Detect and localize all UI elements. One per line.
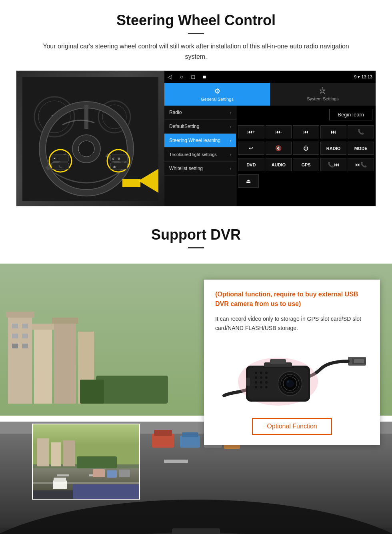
dvr-optional-text: (Optional function, require to buy exter… — [215, 290, 369, 309]
svg-rect-62 — [77, 456, 117, 468]
chevron-icon-2: › — [230, 124, 231, 129]
thumb-scene-svg — [33, 424, 140, 500]
back-nav-btn[interactable]: ◁ — [168, 74, 172, 80]
svg-rect-64 — [57, 474, 69, 476]
ctrl-audio[interactable]: AUDIO — [266, 158, 292, 171]
dvr-camera-illustration — [215, 340, 369, 412]
menu-item-whitelist[interactable]: Whitelist setting › — [164, 162, 236, 176]
ctrl-radio[interactable]: RADIO — [320, 142, 347, 155]
svg-rect-66 — [93, 469, 105, 477]
svg-rect-26 — [122, 179, 140, 187]
menu-item-radio[interactable]: Radio › — [164, 106, 236, 120]
ctrl-phone[interactable]: 📞 — [348, 125, 374, 138]
svg-rect-69 — [73, 484, 140, 500]
svg-rect-37 — [12, 334, 18, 338]
svg-text:⊙: ⊙ — [112, 157, 114, 160]
svg-point-85 — [265, 376, 268, 379]
dvr-info-card: (Optional function, require to buy exter… — [204, 280, 380, 445]
dvr-title: Support DVR — [16, 226, 376, 243]
menu-default-label: DefaultSetting — [169, 124, 199, 129]
svg-rect-33 — [52, 318, 78, 324]
status-info: 9 ▾ 13:13 — [354, 74, 372, 80]
svg-point-86 — [255, 381, 257, 384]
android-nav-bar: ◁ ○ □ ■ — [168, 72, 206, 82]
steering-description: Your original car's steering wheel contr… — [32, 41, 360, 62]
svg-rect-99 — [246, 378, 250, 386]
svg-rect-42 — [80, 380, 104, 404]
ctrl-vol-down[interactable]: ⏮- — [266, 125, 292, 138]
svg-rect-32 — [54, 322, 76, 404]
control-grid-row3: DVD AUDIO GPS 📞⏮ ⏭📞 — [236, 156, 376, 173]
svg-rect-29 — [6, 312, 34, 318]
ctrl-vol-up[interactable]: ⏮+ — [238, 125, 264, 138]
svg-rect-60 — [51, 442, 61, 466]
ctrl-phone-prev[interactable]: 📞⏮ — [320, 158, 347, 171]
android-right-panel: Begin learn ⏮+ ⏮- ⏮ ⏭ 📞 ↩ 🔇 ⏻ — [236, 106, 376, 206]
svg-point-84 — [260, 376, 262, 379]
steering-wheel-photo: 120 + - — [16, 71, 164, 206]
svg-point-12 — [78, 141, 94, 157]
menu-steering-label: Steering Wheel learning — [169, 138, 220, 143]
menu-item-tricoloured[interactable]: Tricoloured light settings › — [164, 148, 236, 162]
svg-rect-76 — [354, 359, 364, 363]
tab-general-label: General Settings — [201, 97, 234, 102]
begin-learn-button[interactable]: Begin learn — [329, 109, 372, 120]
svg-rect-36 — [22, 324, 28, 328]
begin-learn-row: Begin learn — [236, 106, 376, 124]
svg-rect-35 — [12, 324, 18, 328]
chevron-icon: › — [230, 110, 231, 115]
dvr-preview-thumbnail — [32, 424, 140, 500]
menu-item-default[interactable]: DefaultSetting › — [164, 120, 236, 134]
svg-rect-50 — [180, 436, 200, 448]
recents-nav-btn[interactable]: □ — [191, 74, 194, 80]
svg-text:⚙: ⚙ — [118, 157, 120, 160]
ctrl-eject[interactable]: ⏏ — [238, 174, 259, 188]
svg-rect-38 — [22, 334, 28, 338]
svg-text:◁▷: ◁▷ — [112, 165, 117, 168]
chevron-icon-3: › — [230, 138, 231, 143]
ctrl-mode[interactable]: MODE — [348, 142, 374, 155]
svg-point-89 — [255, 386, 257, 388]
ctrl-next[interactable]: ⏭ — [320, 125, 347, 138]
svg-point-90 — [260, 386, 262, 388]
svg-rect-59 — [37, 438, 49, 466]
ctrl-prev[interactable]: ⏮ — [293, 125, 319, 138]
svg-rect-72 — [54, 478, 66, 482]
svg-point-83 — [255, 376, 257, 379]
ctrl-dvd[interactable]: DVD — [238, 158, 264, 171]
android-tabs: ⚙ General Settings ⛦ System Settings — [164, 83, 376, 106]
dvr-description: It can record video only to storage in G… — [215, 314, 369, 332]
menu-radio-label: Radio — [169, 110, 182, 115]
svg-rect-30 — [34, 328, 52, 404]
svg-rect-49 — [154, 430, 172, 436]
android-ui-panel: ◁ ○ □ ■ 9 ▾ 13:13 ⚙ General Settings ⛦ S… — [164, 71, 376, 206]
android-menu: Radio › DefaultSetting › Steering Wheel … — [164, 106, 236, 206]
svg-rect-70 — [33, 490, 73, 500]
steering-title: Steering Wheel Control — [16, 12, 376, 29]
optional-function-button[interactable]: Optional Function — [252, 418, 332, 435]
tab-general-settings[interactable]: ⚙ General Settings — [164, 83, 270, 106]
steering-section: Steering Wheel Control Your original car… — [0, 0, 392, 214]
menu-nav-btn[interactable]: ■ — [203, 74, 206, 80]
svg-text:-: - — [58, 157, 59, 160]
svg-text:+: + — [54, 157, 56, 160]
svg-rect-40 — [22, 344, 28, 348]
tab-system-label: System Settings — [307, 96, 338, 101]
ctrl-phone-next[interactable]: ⏭📞 — [348, 158, 374, 171]
menu-whitelist-label: Whitelist setting — [169, 166, 203, 171]
ctrl-back[interactable]: ↩ — [238, 142, 264, 155]
tab-system-settings[interactable]: ⛦ System Settings — [270, 83, 376, 106]
android-status-bar: ◁ ○ □ ■ 9 ▾ 13:13 — [164, 71, 376, 83]
gear-icon: ⚙ — [214, 87, 220, 96]
svg-rect-56 — [172, 528, 220, 534]
dvr-camera-svg — [216, 342, 368, 410]
home-nav-btn[interactable]: ○ — [180, 74, 183, 80]
svg-point-96 — [287, 380, 289, 383]
steering-wheel-svg: 120 + - — [22, 77, 158, 201]
menu-item-steering-learning[interactable]: Steering Wheel learning › — [164, 134, 236, 148]
ctrl-mute[interactable]: 🔇 — [266, 142, 292, 155]
ctrl-power[interactable]: ⏻ — [293, 142, 319, 155]
svg-rect-51 — [182, 432, 198, 437]
ctrl-gps[interactable]: GPS — [293, 158, 319, 171]
chevron-icon-4: › — [230, 152, 231, 157]
